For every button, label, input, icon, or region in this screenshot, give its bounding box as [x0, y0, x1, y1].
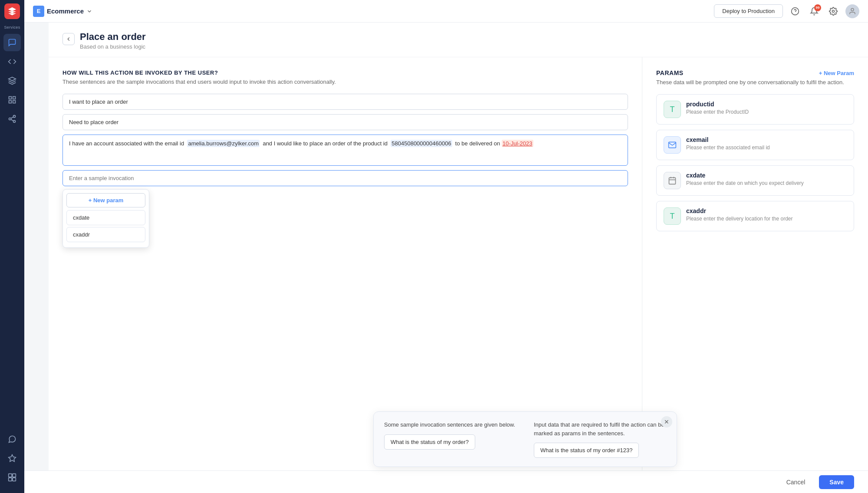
invocation-input-3[interactable]: I have an account associated with the em… — [62, 135, 628, 166]
new-param-dropdown-button[interactable]: + New param — [66, 193, 145, 207]
param-card-cxdate: cxdate Please enter the date on which yo… — [656, 165, 854, 196]
hint-col-right: Input data that are required to fulfil t… — [534, 421, 666, 458]
brand-letter: E — [33, 6, 44, 17]
invocation-input-4[interactable] — [62, 170, 628, 186]
svg-point-17 — [832, 10, 835, 12]
invocations-section-title: HOW WILL THIS ACTION BE INVOKED BY THE U… — [62, 69, 628, 76]
sidebar-icon-chat2[interactable] — [3, 431, 21, 448]
param-option-cxaddr[interactable]: cxaddr — [66, 227, 145, 242]
svg-rect-11 — [9, 474, 12, 477]
param-desc-cxdate: Please enter the date on which you expec… — [686, 180, 804, 186]
help-icon-button[interactable] — [788, 4, 802, 18]
param-info-cxemail: cxemail Please enter the associated emai… — [686, 136, 770, 151]
param-info-cxaddr: cxaddr Please enter the delivery locatio… — [686, 207, 792, 222]
back-button[interactable] — [62, 33, 75, 45]
param-name-productid: productid — [686, 101, 749, 108]
hint-left-example: What is the status of my order? — [384, 434, 475, 450]
param-desc-cxaddr: Please enter the delivery location for t… — [686, 216, 792, 222]
param-name-cxaddr: cxaddr — [686, 207, 792, 214]
settings-icon-button[interactable] — [826, 4, 840, 18]
param-name-cxdate: cxdate — [686, 172, 804, 179]
params-section-desc: These data will be prompted one by one c… — [656, 79, 854, 85]
param-icon-productid: T — [664, 101, 681, 118]
param-desc-productid: Please enter the ProductID — [686, 109, 749, 115]
param-option-cxdate[interactable]: cxdate — [66, 210, 145, 225]
hint-right-example: What is the status of my order #123? — [534, 443, 639, 458]
sidebar-icon-grid[interactable] — [3, 91, 21, 108]
invocations-section-desc: These sentences are the sample invocatio… — [62, 79, 628, 85]
app-logo[interactable] — [4, 3, 20, 19]
productid-highlight: 5804508000000460006 — [391, 140, 452, 147]
param-card-productid: T productid Please enter the ProductID — [656, 94, 854, 125]
params-section-title: PARAMS — [656, 69, 684, 76]
invocation-list: I have an account associated with the em… — [62, 94, 628, 186]
param-dropdown: + New param cxdate cxaddr — [62, 189, 149, 248]
notifications-icon-button[interactable]: 99 — [807, 4, 821, 18]
svg-rect-13 — [9, 478, 12, 481]
param-card-cxaddr: T cxaddr Please enter the delivery locat… — [656, 201, 854, 231]
email-highlight: amelia.burrows@zylker.com — [187, 140, 260, 147]
param-icon-cxaddr: T — [664, 207, 681, 225]
svg-point-7 — [13, 120, 16, 122]
page-header: Place an order Based on a business logic — [49, 23, 868, 57]
footer: Cancel Save — [24, 470, 868, 493]
param-desc-cxemail: Please enter the associated email id — [686, 145, 770, 151]
svg-marker-0 — [9, 77, 16, 81]
sidebar-icon-flow[interactable] — [3, 110, 21, 128]
invocation-row-4: + New param cxdate cxaddr — [62, 170, 628, 186]
svg-rect-12 — [13, 474, 16, 477]
deploy-to-production-button[interactable]: Deploy to Production — [714, 4, 783, 18]
invocation-row-3: I have an account associated with the em… — [62, 135, 628, 166]
invocation-row-2 — [62, 114, 628, 130]
svg-line-9 — [11, 117, 13, 118]
user-avatar[interactable] — [845, 4, 859, 18]
sidebar: Services — [0, 0, 24, 493]
date-highlight: 10-Jul-2023 — [502, 140, 533, 147]
page-title-area: Place an order Based on a business logic — [80, 31, 146, 50]
svg-point-18 — [851, 8, 854, 11]
svg-line-8 — [11, 119, 13, 121]
param-info-cxdate: cxdate Please enter the date on which yo… — [686, 172, 804, 186]
svg-point-6 — [9, 118, 11, 120]
svg-rect-4 — [13, 101, 16, 103]
invocation-input-1[interactable] — [62, 94, 628, 110]
param-info-productid: productid Please enter the ProductID — [686, 101, 749, 115]
svg-rect-14 — [13, 478, 16, 481]
sidebar-label: Services — [4, 24, 20, 32]
sidebar-icon-apps[interactable] — [3, 469, 21, 486]
params-header: PARAMS + New Param — [656, 69, 854, 76]
param-icon-cxdate — [664, 172, 681, 189]
hint-panel: ✕ Some sample invocation sentences are g… — [373, 411, 677, 467]
svg-rect-2 — [13, 97, 16, 99]
hint-col-left: Some sample invocation sentences are giv… — [384, 421, 516, 458]
svg-point-5 — [13, 115, 16, 118]
notification-badge: 99 — [814, 4, 821, 11]
save-button[interactable]: Save — [819, 475, 854, 489]
sidebar-icon-layers[interactable] — [3, 72, 21, 89]
cancel-button[interactable]: Cancel — [778, 475, 814, 489]
brand-name: Ecommerce — [47, 7, 84, 15]
svg-rect-3 — [9, 101, 12, 103]
page-title: Place an order — [80, 31, 146, 43]
page-subtitle: Based on a business logic — [80, 43, 146, 50]
sidebar-icon-sparkle[interactable] — [3, 450, 21, 467]
svg-rect-19 — [669, 177, 676, 184]
new-param-link-button[interactable]: + New Param — [819, 70, 854, 76]
invocation-row-1 — [62, 94, 628, 110]
sidebar-icon-chat[interactable] — [3, 34, 21, 51]
sidebar-icon-code[interactable] — [3, 53, 21, 70]
hint-right-text: Input data that are required to fulfil t… — [534, 421, 666, 437]
hint-left-text: Some sample invocation sentences are giv… — [384, 421, 516, 429]
hint-close-button[interactable]: ✕ — [661, 416, 672, 427]
svg-marker-10 — [9, 455, 16, 462]
param-card-cxemail: cxemail Please enter the associated emai… — [656, 130, 854, 160]
param-icon-cxemail — [664, 136, 681, 154]
param-name-cxemail: cxemail — [686, 136, 770, 143]
topbar-brand: E Ecommerce — [33, 6, 92, 17]
invocation-input-2[interactable] — [62, 114, 628, 130]
topbar-actions: Deploy to Production 99 — [714, 4, 859, 18]
topbar: E Ecommerce Deploy to Production 99 — [24, 0, 868, 23]
svg-rect-1 — [9, 97, 12, 99]
